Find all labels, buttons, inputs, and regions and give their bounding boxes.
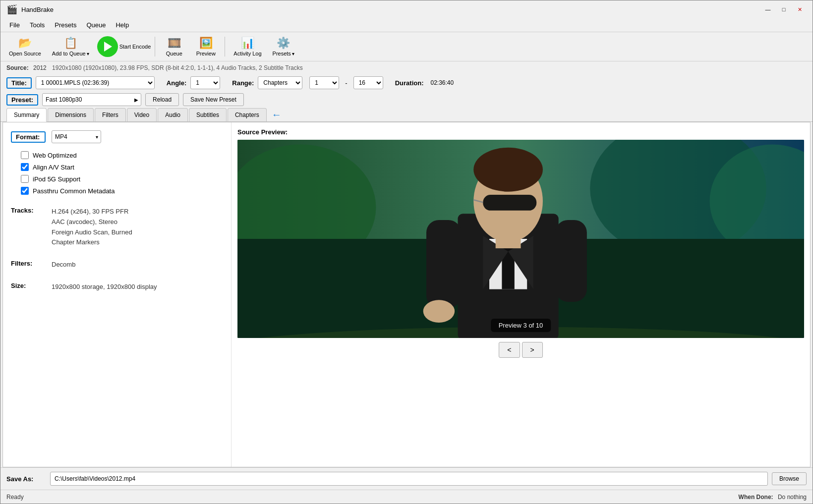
passthru-row: Passthru Common Metadata — [11, 185, 223, 197]
tracks-label: Tracks: — [11, 207, 46, 214]
angle-select[interactable]: 1 — [190, 76, 220, 89]
preview-icon: 🖼️ — [199, 37, 213, 50]
open-source-button[interactable]: 📂 Open Source — [4, 34, 46, 59]
title-bar-left: 🎬 HandBrake — [6, 4, 54, 15]
preset-select-wrap: Fast 1080p30 ▶ — [42, 93, 141, 106]
menu-queue[interactable]: Queue — [81, 19, 111, 31]
activity-log-button[interactable]: 📊 Activity Log — [229, 34, 266, 59]
toolbar: 📂 Open Source 📋 Add to Queue ▾ Start Enc… — [0, 32, 813, 61]
size-label: Size: — [11, 282, 46, 289]
align-av-label: Align A/V Start — [33, 164, 74, 171]
ipod-5g-checkbox[interactable] — [21, 175, 29, 183]
toolbar-separator-2 — [225, 37, 225, 56]
tab-chapters[interactable]: Chapters — [228, 108, 267, 121]
title-select-wrap: 1 00001.MPLS (02:36:39) — [36, 76, 155, 89]
passthru-label: Passthru Common Metadata — [33, 187, 115, 195]
duration-value: 02:36:40 — [430, 79, 454, 86]
format-row: Format: MP4 MKV WebM ▾ — [11, 130, 223, 143]
toolbar-separator-1 — [155, 37, 155, 56]
add-to-queue-icon: 📋 — [64, 37, 77, 50]
preview-label-btn: Preview — [196, 51, 216, 56]
arrow-indicator-icon: ← — [272, 109, 282, 120]
title-select[interactable]: 1 00001.MPLS (02:36:39) — [36, 76, 155, 89]
filters-row: Filters: Decomb — [11, 258, 223, 272]
align-av-checkbox[interactable] — [21, 163, 29, 171]
chapter-start-wrap: 1 — [309, 76, 339, 89]
size-value: 1920x800 storage, 1920x800 display — [52, 282, 157, 292]
title-bar-controls: — □ ✕ — [761, 4, 807, 14]
save-as-input[interactable] — [50, 472, 768, 486]
filters-label: Filters: — [11, 260, 46, 267]
filters-value: Decomb — [52, 260, 75, 270]
save-new-preset-button[interactable]: Save New Preset — [183, 93, 244, 106]
close-button[interactable]: ✕ — [793, 4, 807, 14]
queue-label: Queue — [166, 51, 182, 56]
open-source-icon: 📂 — [18, 37, 32, 50]
source-bar: Source: 2012 1920x1080 (1920x1080), 23.9… — [0, 61, 813, 74]
align-av-row: Align A/V Start — [11, 161, 223, 173]
duration-label: Duration: — [395, 79, 424, 87]
svg-point-8 — [473, 148, 543, 192]
presets-label: Presets — [273, 51, 291, 56]
filters-section: Filters: Decomb — [11, 258, 223, 272]
source-preview-label: Source Preview: — [237, 128, 288, 136]
tabs-bar: Summary Dimensions Filters Video Audio S… — [0, 108, 813, 122]
left-panel: Format: MP4 MKV WebM ▾ Web Optimized Ali… — [3, 122, 231, 467]
preview-image: Preview 3 of 10 — [237, 140, 804, 338]
chapter-end-wrap: 16 — [353, 76, 383, 89]
preview-prev-button[interactable]: < — [499, 342, 520, 358]
format-select[interactable]: MP4 MKV WebM — [52, 130, 101, 143]
svg-rect-9 — [483, 195, 536, 211]
web-optimized-checkbox[interactable] — [21, 151, 29, 159]
tab-filters[interactable]: Filters — [95, 108, 126, 121]
tab-video[interactable]: Video — [127, 108, 157, 121]
svg-point-17 — [423, 300, 455, 323]
right-panel: Source Preview: — [231, 122, 810, 467]
tab-subtitles[interactable]: Subtitles — [189, 108, 227, 121]
passthru-checkbox[interactable] — [21, 187, 29, 195]
when-done-group: When Done: Do nothing — [739, 494, 807, 501]
menu-file[interactable]: File — [4, 19, 25, 31]
tracks-row: Tracks: H.264 (x264), 30 FPS PFR AAC (av… — [11, 205, 223, 250]
app-icon: 🎬 — [6, 4, 17, 15]
menu-tools[interactable]: Tools — [25, 19, 50, 31]
presets-toolbar-button[interactable]: ⚙️ Presets ▾ — [268, 34, 299, 59]
chapter-end-select[interactable]: 16 — [353, 76, 383, 89]
range-select[interactable]: Chapters — [258, 76, 302, 89]
track-line-1: H.264 (x264), 30 FPS PFR — [52, 207, 132, 217]
add-to-queue-arrow: ▾ — [87, 51, 89, 56]
minimize-button[interactable]: — — [761, 4, 775, 14]
preset-row: Preset: Fast 1080p30 ▶ Reload Save New P… — [0, 91, 813, 108]
source-value: 2012 — [33, 64, 47, 71]
add-to-queue-button[interactable]: 📋 Add to Queue ▾ — [48, 34, 94, 59]
preview-next-button[interactable]: > — [522, 342, 543, 358]
preview-button[interactable]: 🖼️ Preview — [191, 34, 221, 59]
menu-presets[interactable]: Presets — [50, 19, 81, 31]
queue-button[interactable]: 🎞️ Queue — [159, 34, 189, 59]
maximize-button[interactable]: □ — [777, 4, 791, 14]
menu-help[interactable]: Help — [111, 19, 134, 31]
preview-scene-svg — [237, 140, 804, 338]
activity-log-label: Activity Log — [233, 51, 261, 56]
track-line-2: AAC (avcodec), Stereo — [52, 217, 132, 227]
tab-audio[interactable]: Audio — [158, 108, 188, 121]
track-line-4: Chapter Markers — [52, 237, 132, 248]
start-encode-button[interactable] — [96, 35, 119, 58]
preset-label: Preset: — [6, 94, 38, 106]
browse-button[interactable]: Browse — [772, 472, 807, 485]
chapter-start-select[interactable]: 1 — [309, 76, 339, 89]
app-window: 🎬 HandBrake — □ ✕ File Tools Presets Que… — [0, 0, 813, 504]
svg-rect-16 — [555, 220, 587, 302]
tab-summary[interactable]: Summary — [6, 108, 47, 122]
preset-select[interactable]: Fast 1080p30 — [42, 93, 141, 106]
reload-button[interactable]: Reload — [145, 93, 179, 106]
source-details: 1920x1080 (1920x1080), 23.98 FPS, SDR (8… — [52, 64, 303, 71]
play-circle — [97, 36, 118, 57]
format-select-wrap: MP4 MKV WebM ▾ — [52, 130, 101, 143]
status-ready: Ready — [6, 494, 24, 501]
angle-select-wrap: 1 — [190, 76, 220, 89]
tracks-section: Tracks: H.264 (x264), 30 FPS PFR AAC (av… — [11, 205, 223, 250]
add-to-queue-label: Add to Queue — [52, 51, 86, 56]
tab-dimensions[interactable]: Dimensions — [48, 108, 94, 121]
app-title: HandBrake — [21, 6, 54, 13]
